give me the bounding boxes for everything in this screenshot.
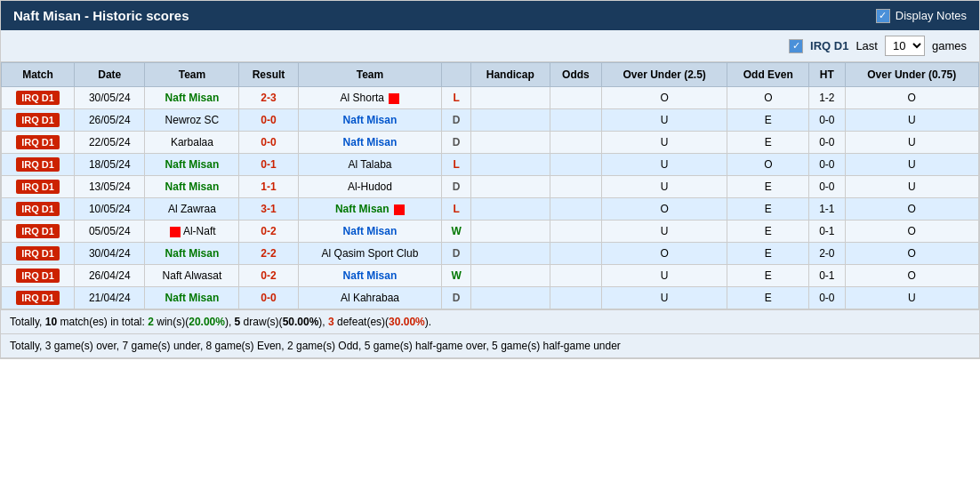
cell-ou25: U <box>601 265 727 287</box>
cell-oe: O <box>727 154 809 176</box>
col-team1: Team <box>145 63 239 87</box>
cell-oe: E <box>727 220 809 243</box>
cell-team1: Naft Misan <box>145 176 239 198</box>
cell-handicap <box>470 176 550 198</box>
cell-result: W <box>442 265 470 287</box>
cell-handicap <box>470 109 550 132</box>
result-letter: L <box>453 158 459 171</box>
cell-ht: 0-0 <box>809 176 845 198</box>
result-letter: D <box>453 292 461 304</box>
cell-ou25: U <box>601 154 727 176</box>
cell-result: D <box>442 243 470 265</box>
header: Naft Misan - Historic scores ✓ Display N… <box>1 1 979 30</box>
cell-match: IRQ D1 <box>2 220 75 243</box>
table-row: IRQ D130/04/24Naft Misan2-2Al Qasim Spor… <box>2 243 979 265</box>
league-label: IRQ D1 <box>810 39 848 52</box>
col-result-letter <box>442 63 470 87</box>
cell-ou075: O <box>845 198 978 220</box>
table-row: IRQ D130/05/24Naft Misan2-3Al Shorta LOO… <box>2 87 979 109</box>
cell-ht: 0-0 <box>809 154 845 176</box>
table-row: IRQ D121/04/24Naft Misan0-0Al KahrabaaDU… <box>2 287 979 309</box>
match-badge: IRQ D1 <box>16 91 60 105</box>
cell-ou25: U <box>601 287 727 309</box>
draws-count: 5 <box>235 316 241 328</box>
cell-match: IRQ D1 <box>2 287 75 309</box>
cell-odds <box>550 132 601 154</box>
cell-odds <box>550 265 601 287</box>
cell-team1: Naft Misan <box>145 154 239 176</box>
cell-ht: 0-1 <box>809 220 845 243</box>
main-container: Naft Misan - Historic scores ✓ Display N… <box>0 0 980 359</box>
match-badge: IRQ D1 <box>16 180 60 194</box>
col-result: Result <box>239 63 298 87</box>
result-letter: W <box>451 225 461 237</box>
cell-oe: E <box>727 132 809 154</box>
cell-ou25: U <box>601 132 727 154</box>
cell-date: 26/04/24 <box>75 265 145 287</box>
cell-ht: 1-1 <box>809 198 845 220</box>
cell-result: D <box>442 109 470 132</box>
cell-ou075: U <box>845 287 978 309</box>
team1-name: Naft Misan <box>165 158 220 171</box>
cell-team2: Naft Misan <box>298 109 442 132</box>
cell-ht: 0-0 <box>809 132 845 154</box>
cell-result: L <box>442 87 470 109</box>
cell-date: 30/04/24 <box>75 243 145 265</box>
cell-odds <box>550 220 601 243</box>
team2-name: Al Shorta <box>341 92 384 104</box>
table-row: IRQ D105/05/24 Al-Naft0-2Naft MisanWUE0-… <box>2 220 979 243</box>
red-card-icon <box>389 93 399 104</box>
team2-name: Al-Hudod <box>348 180 392 193</box>
table-row: IRQ D113/05/24Naft Misan1-1Al-HudodDUE0-… <box>2 176 979 198</box>
cell-handicap <box>470 287 550 309</box>
col-oe: Odd Even <box>727 63 809 87</box>
cell-match: IRQ D1 <box>2 265 75 287</box>
league-checkbox[interactable]: ✓ <box>789 39 803 53</box>
cell-date: 13/05/24 <box>75 176 145 198</box>
team2-name: Al Talaba <box>348 158 391 171</box>
team1-name: Newroz SC <box>165 114 220 126</box>
cell-match: IRQ D1 <box>2 132 75 154</box>
team2-name: Naft Misan <box>343 136 398 148</box>
match-badge: IRQ D1 <box>16 291 60 305</box>
col-odds: Odds <box>550 63 601 87</box>
cell-ou075: U <box>845 132 978 154</box>
table-row: IRQ D118/05/24Naft Misan0-1Al TalabaLUO0… <box>2 154 979 176</box>
cell-date: 10/05/24 <box>75 198 145 220</box>
cell-team1: Naft Alwasat <box>145 265 239 287</box>
cell-handicap <box>470 265 550 287</box>
cell-team1: Al Zawraa <box>145 198 239 220</box>
team1-name: Naft Alwasat <box>163 269 222 282</box>
cell-ht: 0-0 <box>809 109 845 132</box>
summary-row-1: Totally, 10 match(es) in total: 2 win(s)… <box>1 309 979 334</box>
cell-team1: Naft Misan <box>145 243 239 265</box>
cell-oe: E <box>727 198 809 220</box>
cell-date: 22/05/24 <box>75 132 145 154</box>
cell-result: W <box>442 220 470 243</box>
cell-oe: O <box>727 87 809 109</box>
score-value: 0-2 <box>261 225 276 237</box>
table-row: IRQ D126/04/24Naft Alwasat0-2Naft MisanW… <box>2 265 979 287</box>
score-value: 3-1 <box>261 203 276 215</box>
score-value: 1-1 <box>261 180 276 193</box>
red-card-icon <box>394 204 405 215</box>
cell-ou25: U <box>601 220 727 243</box>
last-games-select[interactable]: 5 10 15 20 25 30 <box>885 36 925 56</box>
team2-name: Naft Misan <box>343 225 398 237</box>
table-row: IRQ D110/05/24Al Zawraa3-1Naft Misan LOE… <box>2 198 979 220</box>
cell-score: 2-3 <box>239 87 298 109</box>
display-notes-checkbox[interactable]: ✓ <box>876 9 890 23</box>
col-handicap: Handicap <box>470 63 550 87</box>
cell-match: IRQ D1 <box>2 198 75 220</box>
cell-date: 26/05/24 <box>75 109 145 132</box>
cell-ht: 2-0 <box>809 243 845 265</box>
score-value: 0-0 <box>261 136 276 148</box>
cell-score: 3-1 <box>239 198 298 220</box>
draws-pct: 50.00% <box>283 316 319 328</box>
cell-odds <box>550 198 601 220</box>
cell-team1: Naft Misan <box>145 87 239 109</box>
cell-odds <box>550 176 601 198</box>
summary-row-2: Totally, 3 game(s) over, 7 game(s) under… <box>1 334 979 358</box>
header-title: Naft Misan - Historic scores <box>13 8 189 23</box>
cell-team1: Karbalaa <box>145 132 239 154</box>
